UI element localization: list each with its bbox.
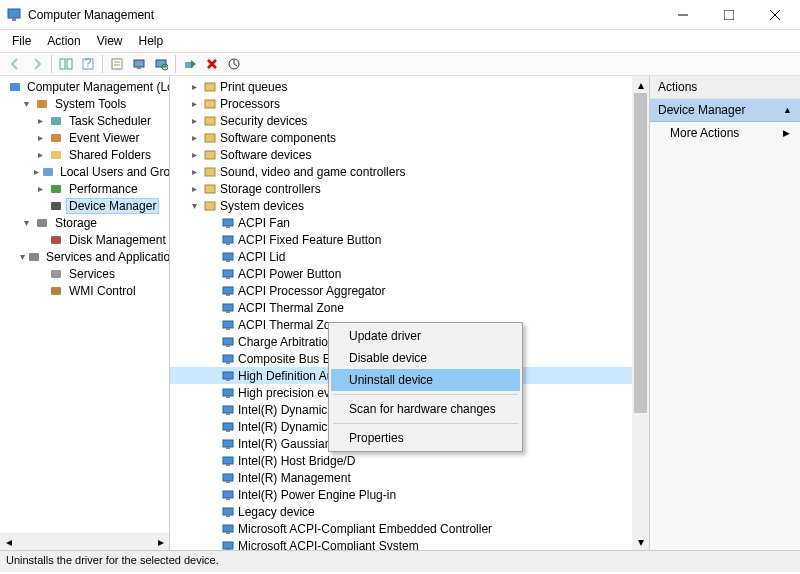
show-hide-tree-button[interactable] [55,54,77,74]
tree-item[interactable]: Computer Management (Local [0,78,169,95]
expand-icon[interactable]: ▸ [188,132,200,143]
actions-title[interactable]: Device Manager ▲ [650,99,800,122]
update-driver-button[interactable] [223,54,245,74]
expand-icon[interactable]: ▸ [188,166,200,177]
device-category[interactable]: ▸Software devices [170,146,649,163]
tree-icon [8,79,22,95]
svg-rect-21 [10,83,20,91]
device-item[interactable]: Intel(R) Management [170,469,649,486]
expand-icon[interactable]: ▾ [188,200,200,211]
tree-icon [48,198,64,214]
device-item[interactable]: ACPI Lid [170,248,649,265]
device-category[interactable]: ▸Security devices [170,112,649,129]
expand-icon[interactable]: ▾ [20,98,32,109]
scan-button[interactable] [150,54,172,74]
tree-item[interactable]: ▾Storage [0,214,169,231]
device-item[interactable]: Intel(R) Power Engine Plug-in [170,486,649,503]
device-item[interactable]: ACPI Power Button [170,265,649,282]
svg-rect-54 [223,321,233,328]
ctx-properties[interactable]: Properties [331,427,520,449]
svg-rect-75 [226,498,230,500]
tree-item[interactable]: ▸Shared Folders [0,146,169,163]
menu-help[interactable]: Help [131,32,172,50]
properties-button[interactable] [106,54,128,74]
expand-icon[interactable]: ▾ [20,251,25,262]
device-category[interactable]: ▸Processors [170,95,649,112]
expand-icon[interactable]: ▸ [188,98,200,109]
device-item[interactable]: ACPI Fixed Feature Button [170,231,649,248]
tree-item[interactable]: ▾Services and Applications [0,248,169,265]
help-button[interactable]: ? [77,54,99,74]
scroll-left-button[interactable]: ◂ [0,533,17,550]
title-bar: Computer Management [0,0,800,30]
expand-icon[interactable]: ▸ [34,115,46,126]
tree-item[interactable]: Disk Management [0,231,169,248]
svg-rect-62 [223,389,233,396]
ctx-uninstall-device[interactable]: Uninstall device [331,369,520,391]
device-category[interactable]: ▸Storage controllers [170,180,649,197]
device-item[interactable]: ACPI Thermal Zone [170,299,649,316]
tree-item[interactable]: Services [0,265,169,282]
expand-icon[interactable]: ▸ [34,166,39,177]
tree-item[interactable]: ▾System Tools [0,95,169,112]
device-item[interactable]: ACPI Processor Aggregator [170,282,649,299]
tree-icon [48,181,64,197]
menu-file[interactable]: File [4,32,39,50]
svg-text:?: ? [85,57,92,70]
computer-icon[interactable] [128,54,150,74]
device-item[interactable]: Legacy device [170,503,649,520]
tree-item[interactable]: ▸Event Viewer [0,129,169,146]
device-item[interactable]: Intel(R) Host Bridge/D [170,452,649,469]
back-button[interactable] [4,54,26,74]
tree-item[interactable]: ▸Local Users and Groups [0,163,169,180]
device-category[interactable]: ▾System devices [170,197,649,214]
expand-icon[interactable]: ▸ [188,183,200,194]
scrollbar-thumb[interactable] [634,93,647,413]
ctx-scan-hardware[interactable]: Scan for hardware changes [331,398,520,420]
device-icon [202,181,218,197]
enable-button[interactable] [179,54,201,74]
device-category[interactable]: ▸Sound, video and game controllers [170,163,649,180]
minimize-button[interactable] [660,0,706,30]
vertical-scrollbar[interactable]: ▴ ▾ [632,76,649,550]
svg-rect-30 [51,236,61,244]
uninstall-button[interactable] [201,54,223,74]
maximize-button[interactable] [706,0,752,30]
expand-icon[interactable]: ▸ [34,183,46,194]
tree-item[interactable]: ▸Performance [0,180,169,197]
toolbar: ? [0,52,800,76]
menu-action[interactable]: Action [39,32,88,50]
ctx-update-driver[interactable]: Update driver [331,325,520,347]
close-button[interactable] [752,0,798,30]
tree-label: Storage [52,216,100,230]
device-category[interactable]: ▸Print queues [170,78,649,95]
tree-item[interactable]: Device Manager [0,197,169,214]
svg-rect-15 [156,60,166,67]
horizontal-scrollbar[interactable]: ◂ ▸ [0,533,169,550]
scroll-right-button[interactable]: ▸ [152,533,169,550]
tree-icon [34,215,50,231]
tree-icon [48,266,64,282]
ctx-disable-device[interactable]: Disable device [331,347,520,369]
tree-item[interactable]: ▸Task Scheduler [0,112,169,129]
svg-rect-80 [223,542,233,549]
expand-icon[interactable]: ▾ [20,217,32,228]
svg-rect-57 [226,345,230,347]
menu-bar: File Action View Help [0,30,800,52]
expand-icon[interactable]: ▸ [34,132,46,143]
more-actions[interactable]: More Actions ▶ [650,122,800,144]
expand-icon[interactable]: ▸ [34,149,46,160]
device-icon [220,368,236,384]
tree-item[interactable]: WMI Control [0,282,169,299]
device-item[interactable]: Microsoft ACPI-Compliant System [170,537,649,550]
expand-icon[interactable]: ▸ [188,81,200,92]
expand-icon[interactable]: ▸ [188,115,200,126]
expand-icon[interactable]: ▸ [188,149,200,160]
device-item[interactable]: ACPI Fan [170,214,649,231]
device-category[interactable]: ▸Software components [170,129,649,146]
device-icon [220,436,236,452]
forward-button[interactable] [26,54,48,74]
menu-view[interactable]: View [89,32,131,50]
device-item[interactable]: Microsoft ACPI-Compliant Embedded Contro… [170,520,649,537]
svg-rect-59 [226,362,230,364]
